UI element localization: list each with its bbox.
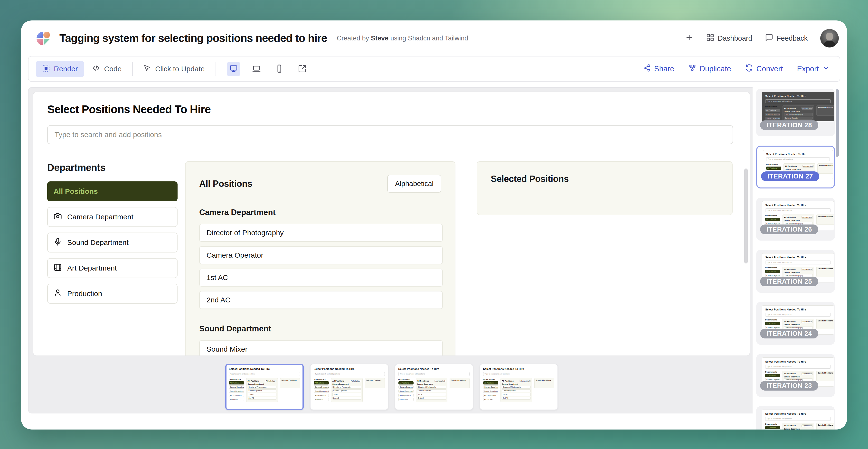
mini-group-heading: Camera Department	[784, 110, 813, 112]
fork-icon	[688, 64, 696, 74]
mini-all-positions-header: All PositionsAlphabetical	[784, 372, 813, 375]
mini-heading: Select Positions Needed To Hire	[314, 367, 385, 371]
department-button[interactable]: Production	[47, 284, 178, 303]
mini-department-button: Production	[314, 398, 329, 401]
mini-selected-heading: Selected Positions	[818, 372, 833, 374]
click-to-update-button[interactable]: Click to Update	[144, 64, 205, 74]
iteration-card[interactable]: Select Positions Needed To HireType to s…	[756, 250, 835, 293]
microphone-icon	[54, 238, 62, 248]
iteration-card[interactable]: Select Positions Needed To HireType to s…	[756, 146, 835, 189]
iteration-card[interactable]: Select Positions Needed To HireType to s…	[756, 354, 835, 397]
mini-selected-panel: Selected Positions	[816, 215, 834, 225]
all-positions-heading: All Positions	[199, 179, 252, 189]
mini-group-heading: Camera Department	[333, 383, 361, 385]
carousel-thumbnail[interactable]: Select Positions Needed To HireType to s…	[310, 364, 389, 410]
dashboard-button[interactable]: Dashboard	[706, 33, 752, 43]
departments-list: All PositionsCamera DepartmentSound Depa…	[47, 182, 178, 303]
mini-heading: Select Positions Needed To Hire	[765, 412, 831, 415]
position-row[interactable]: 2nd AC	[199, 291, 443, 309]
department-button[interactable]: Sound Department	[47, 232, 178, 253]
mini-selected: Selected Positions	[816, 319, 834, 334]
department-label: All Positions	[54, 187, 98, 195]
open-in-new-window-button[interactable]	[296, 62, 309, 76]
iteration-badge: ITERATION 23	[760, 381, 818, 391]
dashboard-label: Dashboard	[718, 34, 752, 42]
app-columns: Departments All PositionsCamera Departme…	[47, 161, 733, 356]
department-button[interactable]: Art Department	[47, 258, 178, 278]
tablet-view-button[interactable]	[250, 62, 263, 76]
feedback-button[interactable]: Feedback	[765, 33, 808, 43]
carousel-thumbnail[interactable]: Select Positions Needed To HireType to s…	[225, 364, 304, 410]
position-row[interactable]: Camera Operator	[199, 246, 443, 264]
mini-all-positions-header: All PositionsAlphabetical	[785, 165, 814, 167]
mini-selected-heading: Selected Positions	[819, 165, 833, 166]
sidebar-scrollbar[interactable]	[836, 89, 839, 157]
position-row[interactable]: Sound Mixer	[199, 340, 443, 356]
mini-departments: DepartmentsAll PositionsCamera Departmen…	[229, 378, 244, 402]
department-button[interactable]: All Positions	[47, 182, 178, 201]
avatar[interactable]	[820, 29, 839, 47]
code-tab[interactable]: Code	[92, 64, 122, 74]
desktop-view-button[interactable]	[227, 62, 240, 76]
mini-department-button: All Positions	[765, 322, 780, 325]
mini-department-button: Camera Department	[483, 385, 498, 389]
rendered-app: Select Positions Needed To Hire Departme…	[33, 92, 750, 356]
mini-selected: Selected Positions	[816, 215, 834, 230]
mini-preview: Select Positions Needed To HireType to s…	[229, 367, 300, 406]
mini-all-positions-header: All PositionsAlphabetical	[784, 320, 813, 323]
mini-position-row: 2nd AC	[502, 397, 531, 399]
mini-search-input: Type to search and add positions	[766, 157, 830, 161]
carousel-thumbnail[interactable]: Select Positions Needed To HireType to s…	[395, 364, 473, 410]
mini-heading: Select Positions Needed To Hire	[765, 360, 831, 363]
selected-positions-panel: Selected Positions	[476, 161, 733, 215]
mini-selected-panel: Selected Positions	[816, 371, 834, 381]
department-button[interactable]: Camera Department	[47, 207, 178, 227]
byline: Created by Steve using Shadcn and Tailwi…	[337, 35, 468, 42]
export-button[interactable]: Export	[797, 64, 830, 74]
iteration-card[interactable]: Select Positions Needed To HireType to s…	[756, 89, 835, 136]
mini-departments-heading: Departments	[765, 319, 780, 321]
mini-all-positions-header: All PositionsAlphabetical	[502, 380, 531, 382]
iteration-card[interactable]: Select Positions Needed To HireType to s…	[756, 302, 835, 345]
iteration-preview: Select Positions Needed To HireType to s…	[762, 92, 834, 121]
sort-alphabetical-button[interactable]: Alphabetical	[387, 175, 441, 193]
render-tab[interactable]: Render	[36, 61, 84, 77]
mini-selected-heading: Selected Positions	[818, 268, 833, 269]
mini-departments-heading: Departments	[483, 378, 498, 380]
mini-selected-heading: Selected Positions	[282, 379, 299, 381]
byline-prefix: Created by	[337, 35, 369, 42]
mini-selected: Selected Positions	[816, 371, 834, 387]
mini-sort-button: Alphabetical	[519, 380, 530, 382]
mini-columns: DepartmentsAll PositionsCamera Departmen…	[765, 423, 831, 429]
mini-departments: DepartmentsAll PositionsCamera Departmen…	[398, 378, 413, 402]
mini-search-input: Type to search and add positions	[483, 372, 554, 376]
new-project-button[interactable]	[685, 33, 693, 43]
share-icon	[643, 64, 651, 74]
share-button[interactable]: Share	[643, 64, 674, 74]
mini-position-row: Camera Operator	[417, 389, 446, 392]
iteration-card[interactable]: Select Positions Needed To HireType to s…	[756, 198, 835, 240]
mini-group-heading: Camera Department	[502, 383, 531, 385]
mini-sort-button: Alphabetical	[802, 372, 813, 375]
carousel-thumbnail[interactable]: Select Positions Needed To HireType to s…	[479, 364, 558, 410]
mini-departments: DepartmentsAll PositionsCamera Departmen…	[314, 378, 329, 402]
app-scrollbar[interactable]	[744, 168, 748, 263]
mini-all-positions-header: All PositionsAlphabetical	[417, 380, 446, 382]
position-row[interactable]: Director of Photography	[199, 224, 443, 242]
mini-columns: DepartmentsAll PositionsCamera Departmen…	[483, 378, 554, 402]
search-input[interactable]	[47, 125, 733, 144]
mini-preview: Select Positions Needed To HireType to s…	[483, 367, 554, 406]
mini-sort-button: Alphabetical	[802, 268, 813, 271]
convert-label: Convert	[756, 65, 783, 73]
duplicate-button[interactable]: Duplicate	[688, 64, 731, 74]
person-icon	[54, 289, 62, 299]
mini-selected-panel: Selected Positions	[816, 105, 834, 116]
mobile-view-button[interactable]	[273, 62, 286, 76]
department-label: Art Department	[67, 264, 117, 272]
mini-department-button: Art Department	[314, 394, 329, 397]
magic-patterns-logo	[36, 31, 50, 45]
position-row[interactable]: 1st AC	[199, 268, 443, 287]
convert-button[interactable]: Convert	[745, 64, 783, 74]
mini-all-positions: All PositionsAlphabeticalCamera Departme…	[246, 378, 278, 402]
iteration-card[interactable]: Select Positions Needed To HireType to s…	[756, 406, 835, 429]
